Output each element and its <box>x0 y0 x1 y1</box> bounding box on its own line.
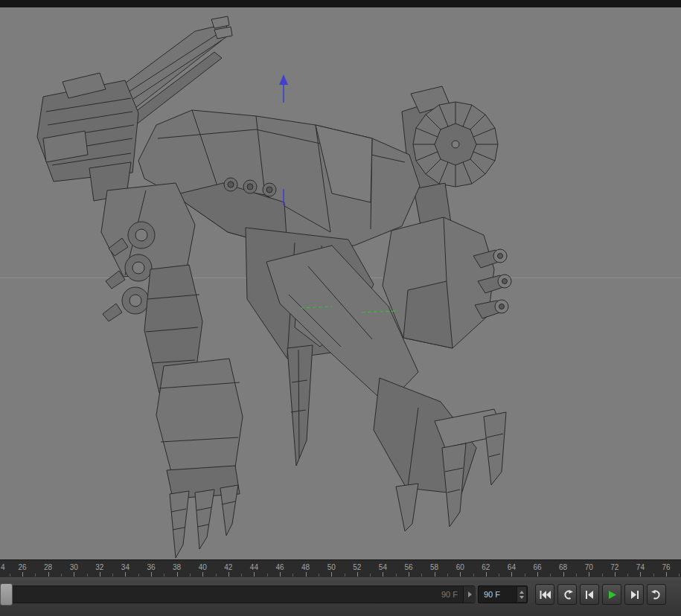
left-leg <box>156 359 243 558</box>
frame-label: 66 <box>533 563 541 571</box>
frame-spinner[interactable] <box>517 587 526 602</box>
previous-frame-button[interactable] <box>580 584 599 605</box>
ruler-tick <box>473 574 474 577</box>
loop-right-icon <box>650 590 663 600</box>
ruler-tick <box>125 572 126 577</box>
ruler-tick <box>331 572 332 577</box>
ruler-tick <box>87 574 88 577</box>
frame-label: 28 <box>44 563 52 571</box>
frame-label: 60 <box>456 563 464 571</box>
range-end-value: 90 F <box>441 586 458 603</box>
frame-label: 36 <box>147 563 155 571</box>
ruler-tick <box>164 574 164 577</box>
current-frame-field[interactable]: 90 F <box>478 585 528 603</box>
ruler-tick <box>640 572 641 577</box>
wireframe-mech-model <box>0 7 681 559</box>
ruler-tick <box>202 572 203 577</box>
ruler-tick <box>216 574 217 577</box>
ruler-tick <box>151 572 152 577</box>
application-window: 4262830323436384042444648505254565860626… <box>0 0 681 616</box>
next-frame-button[interactable] <box>624 584 644 605</box>
frame-label: 58 <box>430 563 438 571</box>
timeline-range-handle[interactable] <box>0 583 13 606</box>
ruler-tick <box>74 572 74 577</box>
chevron-right-icon <box>468 591 472 597</box>
ruler-tick <box>576 574 577 577</box>
3d-viewport[interactable] <box>0 7 681 559</box>
ruler-tick <box>627 574 628 577</box>
ruler-tick <box>254 572 255 577</box>
ruler-tick <box>306 572 307 577</box>
ruler-tick <box>61 574 62 577</box>
frame-label: 76 <box>662 563 670 571</box>
ruler-tick <box>525 574 525 577</box>
timeline-ruler[interactable]: 4262830323436384042444648505254565860626… <box>0 559 681 577</box>
next-key-button[interactable] <box>647 584 666 605</box>
missile-pod-arm <box>383 217 511 348</box>
frame-label: 50 <box>327 563 336 571</box>
play-button[interactable] <box>602 584 621 605</box>
frame-label: 56 <box>404 563 412 571</box>
current-frame-value: 90 F <box>484 586 500 603</box>
ruler-tick <box>319 574 319 577</box>
frame-label: 64 <box>508 563 516 571</box>
y-axis-arrowhead-icon <box>279 74 288 85</box>
left-arm <box>101 183 202 393</box>
ruler-tick <box>679 574 680 577</box>
range-slider-arrow-button[interactable] <box>463 586 476 603</box>
animation-toolbar: 90 F 90 F <box>0 577 681 616</box>
frame-label: 32 <box>95 563 103 571</box>
skip-to-start-icon <box>539 590 551 600</box>
ruler-tick <box>357 572 358 577</box>
frame-label: 42 <box>224 563 232 571</box>
ruler-tick <box>190 574 191 577</box>
ruler-tick <box>421 574 422 577</box>
frame-label: 70 <box>585 563 593 571</box>
ruler-tick <box>550 574 551 577</box>
transport-controls <box>535 584 666 605</box>
frame-label: 72 <box>610 563 618 571</box>
ruler-tick <box>35 574 36 577</box>
ruler-tick <box>409 572 409 577</box>
ruler-tick <box>100 572 100 577</box>
ruler-tick <box>241 574 242 577</box>
frame-label: 38 <box>173 563 181 571</box>
frame-label: 40 <box>199 563 207 571</box>
ruler-tick <box>267 574 268 577</box>
ruler-tick <box>486 572 487 577</box>
ruler-tick <box>280 572 281 577</box>
frame-label: 34 <box>121 563 130 571</box>
frame-label: 44 <box>250 563 258 571</box>
previous-key-button[interactable] <box>557 584 577 605</box>
frame-label: 26 <box>18 563 26 571</box>
ruler-tick <box>383 572 383 577</box>
ruler-tick <box>10 574 10 577</box>
ruler-tick <box>292 574 293 577</box>
timeline-range-slider[interactable]: 90 F <box>0 585 475 603</box>
spinner-up-icon <box>519 591 524 594</box>
ruler-tick <box>48 572 49 577</box>
ruler-tick <box>447 574 448 577</box>
ruler-tick <box>370 574 371 577</box>
go-to-start-button[interactable] <box>535 584 554 605</box>
top-menu-strip <box>0 0 681 7</box>
play-icon <box>606 590 618 600</box>
ruler-tick <box>228 572 229 577</box>
loop-left-icon <box>561 590 574 600</box>
ruler-tick <box>537 572 538 577</box>
ruler-tick <box>435 572 435 577</box>
ruler-tick <box>511 572 512 577</box>
ruler-tick <box>499 574 499 577</box>
ruler-tick <box>602 574 603 577</box>
frame-label: 4 <box>1 563 5 571</box>
frame-label: 54 <box>379 563 387 571</box>
ruler-tick <box>589 572 589 577</box>
radome-disc <box>402 86 498 229</box>
ruler-tick <box>460 572 461 577</box>
spinner-down-icon <box>519 596 524 599</box>
frame-label: 68 <box>559 563 567 571</box>
ruler-tick <box>22 572 23 577</box>
frame-label: 62 <box>482 563 490 571</box>
ruler-tick <box>112 574 113 577</box>
shoulder-launcher <box>37 73 138 201</box>
